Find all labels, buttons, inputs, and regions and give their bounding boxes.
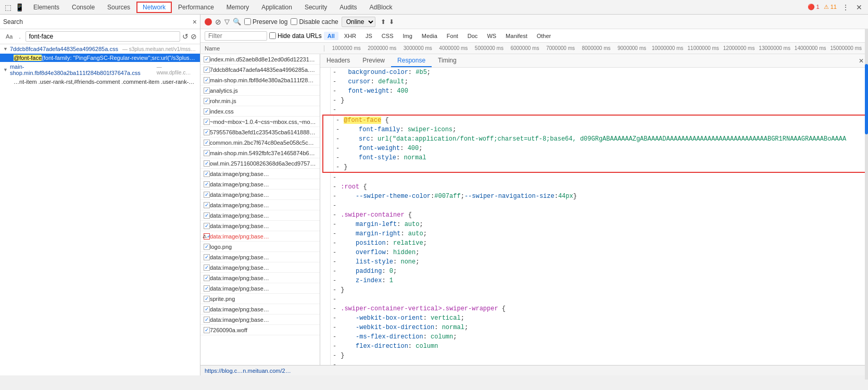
file-checkbox[interactable] bbox=[204, 317, 210, 323]
file-checkbox[interactable] bbox=[204, 77, 210, 83]
tab-application[interactable]: Application bbox=[255, 2, 298, 13]
filter-other-button[interactable]: Other bbox=[533, 32, 555, 40]
file-checkbox[interactable] bbox=[204, 129, 210, 135]
throttle-select[interactable]: Online bbox=[342, 17, 375, 27]
result-line-1[interactable]: @font-face{font-family: "PingFangSC-Regu… bbox=[0, 54, 200, 62]
stop-recording-button[interactable]: ⊘ bbox=[215, 18, 221, 26]
file-checkbox[interactable] bbox=[204, 192, 210, 198]
list-item[interactable]: data:image/png;base… bbox=[200, 304, 320, 314]
file-checkbox[interactable] bbox=[204, 171, 210, 177]
filter-doc-button[interactable]: Doc bbox=[464, 32, 482, 40]
file-checkbox[interactable] bbox=[204, 275, 210, 281]
list-item[interactable]: data:image/png;base… bbox=[200, 262, 320, 273]
filter-xhr-button[interactable]: XHR bbox=[341, 32, 360, 40]
search-input[interactable] bbox=[26, 31, 180, 42]
tab-performance[interactable]: Performance bbox=[172, 2, 220, 13]
list-item[interactable]: main-shop.min.5492fbfc37e1465874b6c… bbox=[200, 148, 320, 158]
list-item[interactable]: data:image/png;base… bbox=[200, 200, 320, 210]
list-item[interactable]: data:image/png;base… bbox=[200, 221, 320, 231]
tab-console[interactable]: Console bbox=[66, 2, 101, 13]
file-checkbox[interactable] bbox=[204, 244, 210, 250]
list-item[interactable]: common.min.2bc7f674c80ea5e058c5c22… bbox=[200, 137, 320, 148]
list-item[interactable]: sprite.png bbox=[200, 294, 320, 304]
tab-response[interactable]: Response bbox=[391, 55, 432, 67]
record-button[interactable] bbox=[205, 18, 212, 26]
case-sensitive-button[interactable]: Aa bbox=[3, 32, 15, 41]
file-checkbox[interactable] bbox=[204, 306, 210, 312]
search-network-button[interactable]: 🔍 bbox=[233, 18, 241, 26]
file-checkbox[interactable] bbox=[204, 87, 210, 94]
filter-js-button[interactable]: JS bbox=[362, 32, 376, 40]
result-line-2[interactable]: …nt-item .user-rank-rst,#friends-comment… bbox=[0, 78, 200, 86]
file-checkbox[interactable] bbox=[204, 285, 210, 292]
list-item[interactable]: data:image/png;base… bbox=[200, 169, 320, 179]
file-checkbox[interactable] bbox=[204, 56, 210, 62]
filter-manifest-button[interactable]: Manifest bbox=[502, 32, 531, 40]
hide-data-urls-label[interactable]: Hide data URLs bbox=[269, 32, 322, 40]
more-icon[interactable]: ⋮ bbox=[841, 3, 850, 12]
tab-audits[interactable]: Audits bbox=[333, 2, 363, 13]
list-item[interactable]: logo.png bbox=[200, 242, 320, 252]
file-checkbox[interactable] bbox=[204, 202, 210, 208]
file-checkbox[interactable] bbox=[204, 327, 210, 333]
filter-all-button[interactable]: All bbox=[324, 32, 338, 40]
tab-adblock[interactable]: AdBlock bbox=[363, 2, 399, 13]
list-item[interactable]: index.min.d52aeb8d8e12ed0d6d12231… bbox=[200, 54, 320, 65]
inspect-icon[interactable]: ⬚ bbox=[3, 3, 12, 12]
clear-button[interactable]: ⊘ bbox=[191, 32, 197, 41]
scrollbar-track[interactable] bbox=[865, 29, 868, 375]
tab-elements[interactable]: Elements bbox=[27, 2, 66, 13]
refresh-button[interactable]: ↺ bbox=[182, 32, 188, 41]
list-item[interactable]: ~mod~mbox~1.0.4~css~mbox.css,~mo… bbox=[200, 117, 320, 127]
file-checkbox[interactable] bbox=[204, 296, 210, 302]
list-item[interactable]: data:image/png;base… bbox=[200, 283, 320, 294]
tab-memory[interactable]: Memory bbox=[220, 2, 255, 13]
file-checkbox[interactable]: ⚠ bbox=[204, 233, 210, 240]
filter-media-button[interactable]: Media bbox=[418, 32, 441, 40]
tab-timing[interactable]: Timing bbox=[432, 55, 463, 67]
preserve-log-label[interactable]: Preserve log bbox=[244, 18, 287, 26]
tab-preview[interactable]: Preview bbox=[356, 55, 391, 67]
list-item[interactable]: data:image/png;base… bbox=[200, 210, 320, 221]
list-item[interactable]: index.css bbox=[200, 106, 320, 117]
list-item[interactable]: data:image/png;base… bbox=[200, 314, 320, 325]
list-item[interactable]: 57955768ba3efd1c235435cba6141888… bbox=[200, 127, 320, 137]
file-checkbox[interactable] bbox=[204, 67, 210, 73]
list-item[interactable]: data:image/png;base… bbox=[200, 190, 320, 200]
filter-font-button[interactable]: Font bbox=[443, 32, 462, 40]
list-item[interactable]: 7260090a.woff bbox=[200, 325, 320, 335]
file-checkbox[interactable] bbox=[204, 150, 210, 156]
device-icon[interactable]: 📱 bbox=[15, 3, 24, 12]
file-checkbox[interactable] bbox=[204, 181, 210, 187]
scrollbar-thumb[interactable] bbox=[865, 64, 868, 134]
disable-cache-label[interactable]: Disable cache bbox=[291, 18, 338, 26]
tab-headers[interactable]: Headers bbox=[320, 55, 356, 67]
settings-icon[interactable]: ✕ bbox=[854, 3, 864, 12]
filter-button[interactable]: ▽ bbox=[224, 18, 230, 26]
list-item[interactable]: rohr.min.js bbox=[200, 96, 320, 106]
search-close-button[interactable]: × bbox=[193, 18, 197, 26]
result-file-1[interactable]: ▼ 7ddcb8fcad47adefa44835ea4996285a.css —… bbox=[0, 44, 200, 54]
code-panel[interactable]: - background-color: #b5; - cursor: defau… bbox=[320, 68, 868, 365]
list-item[interactable]: analytics.js bbox=[200, 85, 320, 96]
list-item[interactable]: ⚠data:image/png;base… bbox=[200, 231, 320, 242]
file-checkbox[interactable] bbox=[204, 223, 210, 229]
file-checkbox[interactable] bbox=[204, 119, 210, 125]
list-item[interactable]: data:image/png;base… bbox=[200, 252, 320, 262]
download-har-button[interactable]: ⬇ bbox=[389, 18, 394, 26]
upload-har-button[interactable]: ⬆ bbox=[381, 18, 386, 26]
tab-network[interactable]: Network bbox=[136, 2, 172, 13]
file-checkbox[interactable] bbox=[204, 254, 210, 260]
list-item[interactable]: main-shop.min.fbf8d4e380a2ba111f284… bbox=[200, 75, 320, 85]
file-checkbox[interactable] bbox=[204, 160, 210, 167]
filter-input[interactable] bbox=[205, 31, 267, 41]
status-url[interactable]: https://blog.c…n.meituan.com/2… bbox=[205, 368, 291, 374]
filter-img-button[interactable]: Img bbox=[399, 32, 416, 40]
tab-security[interactable]: Security bbox=[298, 2, 333, 13]
disable-cache-checkbox[interactable] bbox=[291, 18, 297, 25]
list-item[interactable]: data:image/png;base… bbox=[200, 273, 320, 283]
filter-ws-button[interactable]: WS bbox=[483, 32, 500, 40]
file-checkbox[interactable] bbox=[204, 108, 210, 115]
result-file-2[interactable]: ▼ main-shop.min.fbf8d4e380a2ba111f284b80… bbox=[0, 62, 200, 78]
filter-css-button[interactable]: CSS bbox=[378, 32, 397, 40]
